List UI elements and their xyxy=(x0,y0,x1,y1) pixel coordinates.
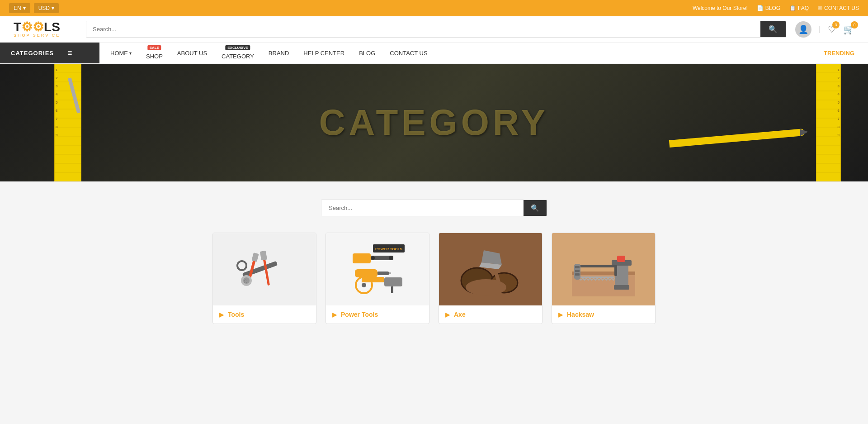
search-button[interactable]: 🔍 xyxy=(760,21,786,37)
contact-nav-label: CONTACT US xyxy=(390,50,427,57)
category-search-icon: 🔍 xyxy=(531,204,539,212)
currency-selector[interactable]: USD ▾ xyxy=(34,3,59,13)
svg-rect-40 xyxy=(579,276,614,278)
shop-label: SHOP xyxy=(146,53,163,60)
contact-link[interactable]: ✉ CONTACT US xyxy=(818,5,859,11)
svg-point-14 xyxy=(389,256,393,260)
blog-nav-label: BLOG xyxy=(359,50,375,57)
search-bar: 🔍 xyxy=(86,21,786,38)
cart-button[interactable]: 🛒 0 xyxy=(843,24,854,35)
cart-badge: 0 xyxy=(851,21,858,29)
svg-rect-0 xyxy=(242,261,278,278)
blog-link[interactable]: 📄 BLOG xyxy=(757,5,780,11)
power-name: Power Tools xyxy=(341,311,378,318)
svg-rect-3 xyxy=(251,252,259,262)
exclusive-badge: EXCLUSIVE xyxy=(225,45,250,50)
svg-text:⬡: ⬡ xyxy=(244,279,248,284)
category-search-button[interactable]: 🔍 xyxy=(524,200,547,216)
brand-label: BRAND xyxy=(269,50,289,57)
tape-right-decoration: 123456789 xyxy=(816,64,841,181)
svg-rect-36 xyxy=(617,256,625,262)
hacksaw-svg xyxy=(572,242,635,296)
avatar[interactable]: 👤 xyxy=(795,21,811,38)
card-power-tools[interactable]: POWER TOOLS xyxy=(326,233,429,324)
svg-rect-44 xyxy=(575,273,580,276)
category-search-input[interactable] xyxy=(321,200,524,216)
svg-point-13 xyxy=(371,256,375,260)
nav-item-home[interactable]: HOME ▾ xyxy=(104,43,138,63)
tools-name: Tools xyxy=(228,311,244,318)
faq-icon: 📋 xyxy=(789,5,796,11)
nav-item-blog[interactable]: BLOG xyxy=(353,43,382,63)
hero-text: CATEGORY xyxy=(319,102,549,143)
welcome-text: Welcome to Our Store! xyxy=(693,5,748,11)
nav-item-trending[interactable]: TRENDING xyxy=(817,43,868,63)
search-icon: 🔍 xyxy=(769,25,778,33)
hero-banner: 123456789 123456789 CATEGORY xyxy=(0,64,868,181)
hacksaw-arrow-icon: ▶ xyxy=(558,311,563,318)
language-label: EN xyxy=(14,5,21,11)
blog-icon: 📄 xyxy=(757,5,764,11)
help-label: HELP CENTER xyxy=(303,50,344,57)
svg-rect-16 xyxy=(377,272,389,275)
nav-item-about[interactable]: ABOUT US xyxy=(171,43,213,63)
card-tools-label: ▶ Tools xyxy=(213,305,316,324)
svg-rect-42 xyxy=(575,266,580,268)
svg-text:POWER TOOLS: POWER TOOLS xyxy=(375,247,403,251)
currency-label: USD xyxy=(38,5,50,11)
nav-item-help[interactable]: HELP CENTER xyxy=(297,43,351,63)
svg-point-19 xyxy=(362,283,366,287)
separator-icon: | xyxy=(819,25,821,33)
categories-button[interactable]: CATEGORIES ≡ xyxy=(0,43,99,63)
nav-item-category[interactable]: EXCLUSIVE CATEGORY xyxy=(215,43,260,63)
power-arrow-icon: ▶ xyxy=(332,311,337,318)
axe-name: Axe xyxy=(454,311,466,318)
axe-arrow-icon: ▶ xyxy=(445,311,450,318)
nav-item-contact[interactable]: CONTACT US xyxy=(383,43,434,63)
svg-rect-20 xyxy=(362,277,384,282)
sale-badge: SALE xyxy=(148,45,161,50)
language-selector[interactable]: EN ▾ xyxy=(9,3,30,13)
cards-grid: ⬡ ▶ Tools POWER TOOLS xyxy=(140,233,728,324)
card-hacksaw[interactable]: ▶ Hacksaw xyxy=(552,233,656,324)
nav-item-brand[interactable]: BRAND xyxy=(262,43,296,63)
top-bar: EN ▾ USD ▾ Welcome to Our Store! 📄 BLOG … xyxy=(0,0,868,16)
card-axe-label: ▶ Axe xyxy=(439,305,542,324)
svg-rect-22 xyxy=(391,286,393,293)
svg-rect-37 xyxy=(576,265,617,267)
wishlist-button[interactable]: ♡ 3 xyxy=(828,24,836,35)
category-search-container: 🔍 xyxy=(9,200,859,216)
nav-menu: HOME ▾ SALE SHOP ABOUT US EXCLUSIVE CATE… xyxy=(99,43,439,63)
card-tools-image: ⬡ xyxy=(213,233,316,305)
svg-rect-43 xyxy=(575,270,580,272)
about-label: ABOUT US xyxy=(177,50,207,57)
nav-item-shop[interactable]: SALE SHOP xyxy=(140,43,169,63)
svg-rect-5 xyxy=(260,251,267,261)
lang-chevron-icon: ▾ xyxy=(23,5,26,11)
logo[interactable]: T⚙⚙LS SHOP SERVICE xyxy=(14,21,77,38)
card-tools[interactable]: ⬡ ▶ Tools xyxy=(212,233,316,324)
card-power-image: POWER TOOLS xyxy=(326,233,429,305)
header-icons: 👤 | ♡ 3 🛒 0 xyxy=(795,21,854,38)
tools-svg: ⬡ xyxy=(233,242,296,296)
svg-marker-29 xyxy=(481,250,502,265)
card-power-label: ▶ Power Tools xyxy=(326,305,429,324)
home-label: HOME xyxy=(110,50,128,57)
trending-label: TRENDING xyxy=(824,50,854,57)
wishlist-badge: 3 xyxy=(832,21,840,29)
svg-rect-17 xyxy=(389,272,391,274)
contact-icon: ✉ xyxy=(818,5,822,11)
faq-link[interactable]: 📋 FAQ xyxy=(789,5,809,11)
category-search-bar: 🔍 xyxy=(321,200,547,216)
top-bar-left: EN ▾ USD ▾ xyxy=(9,3,59,13)
svg-rect-11 xyxy=(353,253,371,263)
categories-label: CATEGORIES xyxy=(11,50,54,57)
card-axe-image xyxy=(439,233,542,305)
axe-svg xyxy=(459,242,522,296)
svg-rect-39 xyxy=(614,265,617,276)
search-input[interactable] xyxy=(86,21,760,37)
hacksaw-name: Hacksaw xyxy=(567,311,594,318)
hamburger-icon: ≡ xyxy=(67,48,73,58)
card-axe[interactable]: ▶ Axe xyxy=(439,233,542,324)
card-hacksaw-label: ▶ Hacksaw xyxy=(552,305,655,324)
